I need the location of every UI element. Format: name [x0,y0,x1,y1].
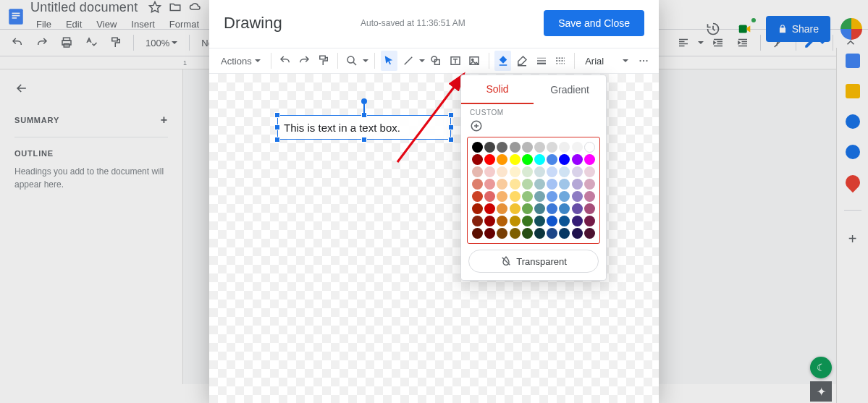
color-swatch[interactable] [497,166,507,177]
add-custom-color-button[interactable] [470,119,483,132]
color-swatch[interactable] [559,228,570,239]
color-swatch[interactable] [584,142,595,153]
side-app-tasks[interactable] [846,114,860,129]
selected-textbox[interactable]: This is text in a text box. [277,115,451,140]
color-swatch[interactable] [584,166,595,177]
color-swatch[interactable] [472,203,483,214]
presence-bubble[interactable]: ☾ [810,357,832,378]
print-button[interactable] [56,33,77,53]
add-summary-button[interactable]: + [161,114,168,127]
color-swatch[interactable] [534,166,545,177]
color-swatch[interactable] [510,191,521,202]
color-swatch[interactable] [522,203,533,214]
color-swatch[interactable] [584,203,595,214]
color-swatch[interactable] [559,154,570,165]
menu-file[interactable]: File [30,16,57,33]
color-swatch[interactable] [497,203,507,214]
menu-insert[interactable]: Insert [125,16,161,33]
drawing-undo-button[interactable] [277,51,293,71]
color-swatch[interactable] [484,191,495,202]
meet-button[interactable] [734,18,756,40]
drawing-redo-button[interactable] [296,51,313,71]
font-family-dropdown[interactable]: Arial [581,52,632,69]
actions-dropdown[interactable]: Actions [216,51,265,71]
color-swatch[interactable] [472,228,483,239]
save-and-close-button[interactable]: Save and Close [544,10,644,36]
color-swatch[interactable] [534,216,545,226]
color-swatch[interactable] [522,166,533,177]
color-swatch[interactable] [497,154,507,165]
color-swatch[interactable] [534,179,545,190]
resize-handle[interactable] [361,137,367,143]
side-app-contacts[interactable] [846,145,860,159]
color-swatch[interactable] [497,228,507,239]
color-swatch[interactable] [559,191,570,202]
paint-format-button[interactable] [106,33,126,53]
color-swatch[interactable] [510,179,521,190]
side-get-addons-button[interactable]: + [848,231,857,247]
undo-button[interactable] [7,33,28,53]
color-swatch[interactable] [572,203,583,214]
rotate-handle[interactable] [361,98,367,104]
select-tool[interactable] [381,51,397,71]
zoom-dropdown[interactable]: 100% [141,33,182,53]
cloud-icon[interactable] [189,1,202,14]
transparent-fill-button[interactable]: Transparent [468,250,599,273]
fill-tab-gradient[interactable]: Gradient [534,75,606,104]
menu-format[interactable]: Format [164,16,205,33]
color-swatch[interactable] [584,179,595,190]
sidebar-back-button[interactable] [14,81,168,98]
color-swatch[interactable] [472,142,483,153]
resize-handle[interactable] [274,112,280,118]
color-swatch[interactable] [510,216,521,226]
color-swatch[interactable] [497,191,507,202]
color-swatch[interactable] [534,228,545,239]
color-swatch[interactable] [510,154,521,165]
resize-handle[interactable] [361,112,367,118]
border-color-button[interactable] [514,51,531,71]
resize-handle[interactable] [448,137,454,143]
resize-handle[interactable] [274,124,280,130]
line-tool[interactable] [400,51,417,71]
menu-edit[interactable]: Edit [60,16,88,33]
color-swatch[interactable] [547,166,557,177]
resize-handle[interactable] [448,112,454,118]
fill-color-button[interactable] [494,51,511,71]
color-swatch[interactable] [547,203,557,214]
color-swatch[interactable] [510,142,521,153]
color-swatch[interactable] [572,142,583,153]
color-swatch[interactable] [559,216,570,226]
color-swatch[interactable] [497,216,507,226]
resize-handle[interactable] [274,137,280,143]
color-swatch[interactable] [472,166,483,177]
zoom-dropdown[interactable] [344,51,361,71]
docs-logo[interactable] [6,4,26,30]
color-swatch[interactable] [547,142,557,153]
color-swatch[interactable] [472,154,483,165]
color-swatch[interactable] [522,179,533,190]
color-swatch[interactable] [522,154,533,165]
color-swatch[interactable] [484,179,495,190]
image-tool[interactable] [466,51,483,71]
color-swatch[interactable] [510,228,521,239]
color-swatch[interactable] [559,203,570,214]
side-app-maps[interactable] [842,172,862,192]
color-swatch[interactable] [559,142,570,153]
shape-tool[interactable] [428,51,444,71]
drawing-paint-format-button[interactable] [315,51,332,71]
color-swatch[interactable] [472,216,483,226]
account-avatar[interactable] [840,18,862,40]
color-swatch[interactable] [484,142,495,153]
color-swatch[interactable] [472,191,483,202]
color-swatch[interactable] [484,203,495,214]
color-swatch[interactable] [510,203,521,214]
side-app-keep[interactable] [846,84,860,98]
color-swatch[interactable] [547,216,557,226]
color-swatch[interactable] [534,154,545,165]
redo-button[interactable] [32,33,52,53]
move-icon[interactable] [169,1,182,14]
color-swatch[interactable] [547,228,557,239]
color-swatch[interactable] [497,142,507,153]
more-toolbar-button[interactable] [636,51,652,71]
share-button[interactable]: Share [766,16,830,42]
